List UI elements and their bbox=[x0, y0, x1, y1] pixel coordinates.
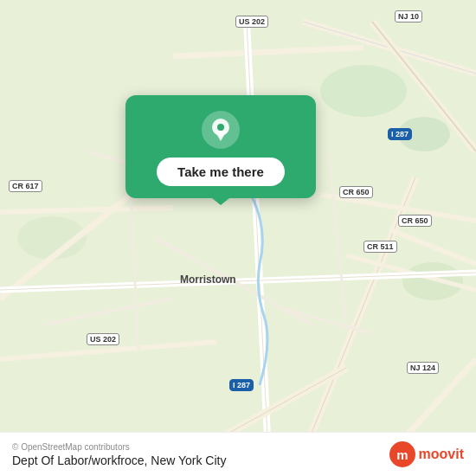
svg-point-4 bbox=[402, 262, 463, 300]
road-badge-us202-top: US 202 bbox=[235, 16, 268, 28]
map-container: US 202 NJ 10 US 202 I 287 CR 617 CR 650 … bbox=[0, 0, 476, 476]
popup-card: Take me there bbox=[125, 95, 316, 198]
bottom-info: © OpenStreetMap contributors Dept Of Lab… bbox=[12, 442, 226, 467]
road-badge-us202-bot: US 202 bbox=[87, 333, 119, 345]
road-badge-i287-top: I 287 bbox=[388, 128, 412, 140]
bottom-bar: © OpenStreetMap contributors Dept Of Lab… bbox=[0, 432, 476, 476]
road-badge-cr650-mid: CR 650 bbox=[339, 186, 373, 198]
road-badge-cr617: CR 617 bbox=[9, 180, 42, 192]
moovit-brand-icon: m bbox=[389, 441, 415, 467]
svg-text:m: m bbox=[396, 447, 408, 462]
moovit-logo: m moovit bbox=[389, 441, 464, 467]
road-badge-cr650-right: CR 650 bbox=[398, 215, 432, 227]
svg-marker-33 bbox=[215, 131, 227, 141]
road-badge-nj10: NJ 10 bbox=[395, 10, 422, 23]
map-roads-svg bbox=[0, 0, 476, 476]
svg-point-1 bbox=[320, 65, 407, 117]
location-icon-circle bbox=[202, 111, 240, 149]
road-badge-cr511: CR 511 bbox=[363, 241, 397, 253]
road-badge-nj124: NJ 124 bbox=[407, 362, 439, 374]
location-pin-icon bbox=[209, 117, 232, 143]
copyright-text: © OpenStreetMap contributors bbox=[12, 442, 226, 452]
moovit-brand-text: moovit bbox=[419, 447, 464, 462]
take-me-there-button[interactable]: Take me there bbox=[157, 158, 285, 186]
svg-point-32 bbox=[217, 124, 224, 131]
location-title: Dept Of Labor/workfroce, New York City bbox=[12, 453, 226, 467]
road-badge-i287-bot: I 287 bbox=[229, 379, 254, 391]
